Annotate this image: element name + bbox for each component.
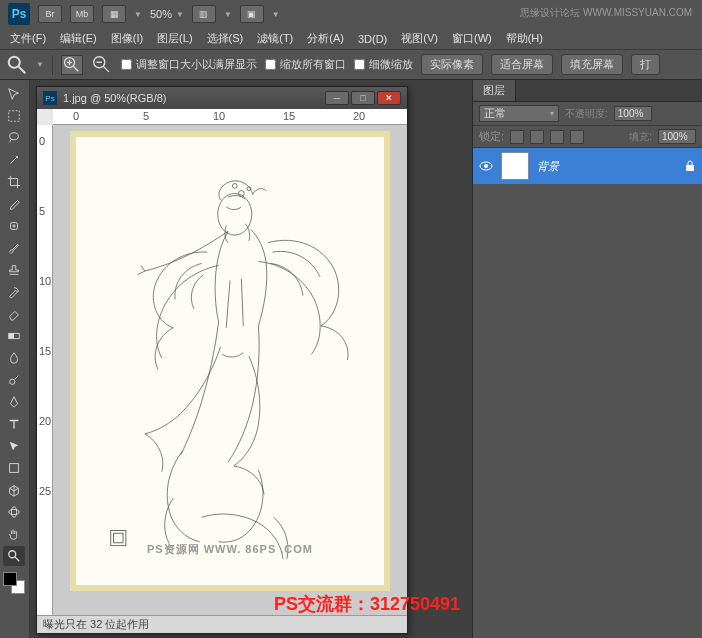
print-size-button[interactable]: 打 xyxy=(631,54,660,75)
menu-3d[interactable]: 3D(D) xyxy=(358,33,387,45)
scrubby-zoom-checkbox[interactable]: 细微缩放 xyxy=(354,57,413,72)
svg-rect-25 xyxy=(114,533,123,542)
foreground-color[interactable] xyxy=(3,572,17,586)
minimize-button[interactable]: ─ xyxy=(325,91,349,105)
svg-point-16 xyxy=(9,509,20,514)
svg-point-0 xyxy=(9,56,20,67)
artwork-lineart xyxy=(88,149,372,573)
type-tool[interactable] xyxy=(3,414,25,434)
svg-rect-15 xyxy=(10,464,19,473)
fill-input[interactable]: 100% xyxy=(658,129,696,144)
menu-select[interactable]: 选择(S) xyxy=(207,31,244,46)
opacity-label: 不透明度: xyxy=(565,107,608,121)
layer-thumbnail[interactable] xyxy=(501,152,529,180)
document-titlebar[interactable]: Ps 1.jpg @ 50%(RGB/8) ─ □ ✕ xyxy=(37,87,407,109)
zoom-all-checkbox[interactable]: 缩放所有窗口 xyxy=(265,57,346,72)
layer-row[interactable]: 背景 xyxy=(473,148,702,184)
fill-screen-button[interactable]: 填充屏幕 xyxy=(561,54,623,75)
svg-line-19 xyxy=(15,557,19,561)
svg-point-27 xyxy=(484,164,488,168)
menu-file[interactable]: 文件(F) xyxy=(10,31,46,46)
layers-tab[interactable]: 图层 xyxy=(473,80,516,101)
3d-tool[interactable] xyxy=(3,480,25,500)
menu-view[interactable]: 视图(V) xyxy=(401,31,438,46)
chevron-down-icon: ▼ xyxy=(224,10,232,19)
svg-point-14 xyxy=(10,379,15,384)
menu-bar: 文件(F) 编辑(E) 图像(I) 图层(L) 选择(S) 滤镜(T) 分析(A… xyxy=(0,28,702,50)
lasso-tool[interactable] xyxy=(3,128,25,148)
path-select-tool[interactable] xyxy=(3,436,25,456)
shape-tool[interactable] xyxy=(3,458,25,478)
ruler-vertical[interactable]: 0 5 10 15 20 25 xyxy=(37,125,53,615)
svg-rect-9 xyxy=(9,111,20,122)
gradient-tool[interactable] xyxy=(3,326,25,346)
dodge-tool[interactable] xyxy=(3,370,25,390)
menu-filter[interactable]: 滤镜(T) xyxy=(257,31,293,46)
minibridge-icon[interactable]: Mb xyxy=(70,5,94,23)
close-button[interactable]: ✕ xyxy=(377,91,401,105)
document-canvas: PS资源网 WWW. 86PS .COM xyxy=(70,131,390,591)
move-tool[interactable] xyxy=(3,84,25,104)
chevron-down-icon: ▼ xyxy=(272,10,280,19)
zoom-level-select[interactable]: 50% ▼ xyxy=(150,8,184,20)
menu-window[interactable]: 窗口(W) xyxy=(452,31,492,46)
actual-pixels-button[interactable]: 实际像素 xyxy=(421,54,483,75)
eyedropper-tool[interactable] xyxy=(3,194,25,214)
brush-tool[interactable] xyxy=(3,238,25,258)
fit-screen-button[interactable]: 适合屏幕 xyxy=(491,54,553,75)
layer-name[interactable]: 背景 xyxy=(537,159,676,174)
marquee-tool[interactable] xyxy=(3,106,25,126)
svg-point-10 xyxy=(10,133,19,140)
menu-analysis[interactable]: 分析(A) xyxy=(307,31,344,46)
lock-label: 锁定: xyxy=(479,129,504,144)
opacity-input[interactable]: 100% xyxy=(614,106,652,121)
chevron-down-icon: ▼ xyxy=(134,10,142,19)
svg-rect-13 xyxy=(9,333,14,338)
blur-tool[interactable] xyxy=(3,348,25,368)
viewextras-icon[interactable]: ▦ xyxy=(102,5,126,23)
ruler-horizontal[interactable]: 0 5 10 15 20 xyxy=(53,109,407,125)
document-title: 1.jpg @ 50%(RGB/8) xyxy=(63,92,167,104)
zoom-tool[interactable] xyxy=(3,546,25,566)
ps-logo-icon: Ps xyxy=(8,3,30,25)
pen-tool[interactable] xyxy=(3,392,25,412)
wand-tool[interactable] xyxy=(3,150,25,170)
bridge-icon[interactable]: Br xyxy=(38,5,62,23)
hand-tool[interactable] xyxy=(3,524,25,544)
lock-all-icon[interactable] xyxy=(570,130,584,144)
visibility-icon[interactable] xyxy=(479,159,493,173)
stamp-tool[interactable] xyxy=(3,260,25,280)
canvas-area[interactable]: PS资源网 WWW. 86PS .COM xyxy=(53,125,407,615)
menu-image[interactable]: 图像(I) xyxy=(111,31,143,46)
arrange-icon[interactable]: ▥ xyxy=(192,5,216,23)
menu-layer[interactable]: 图层(L) xyxy=(157,31,192,46)
lock-icon xyxy=(684,160,696,172)
maximize-button[interactable]: □ xyxy=(351,91,375,105)
workspace: Ps 1.jpg @ 50%(RGB/8) ─ □ ✕ 0 5 10 15 20… xyxy=(30,80,472,638)
layers-list: 背景 xyxy=(473,148,702,638)
color-swatch[interactable] xyxy=(3,572,25,594)
crop-tool[interactable] xyxy=(3,172,25,192)
screenmode-icon[interactable]: ▣ xyxy=(240,5,264,23)
fill-label: 填充: xyxy=(629,130,652,144)
svg-line-5 xyxy=(73,66,78,71)
svg-rect-24 xyxy=(111,530,126,545)
zoom-out-icon[interactable] xyxy=(91,55,113,75)
svg-line-1 xyxy=(18,66,25,73)
blend-mode-select[interactable]: 正常▾ xyxy=(479,105,559,122)
3d-camera-tool[interactable] xyxy=(3,502,25,522)
history-brush-tool[interactable] xyxy=(3,282,25,302)
chevron-down-icon: ▼ xyxy=(176,10,184,19)
healing-tool[interactable] xyxy=(3,216,25,236)
resize-window-checkbox[interactable]: 调整窗口大小以满屏显示 xyxy=(121,57,257,72)
panel-tabs: 图层 xyxy=(473,80,702,102)
panels-dock: 图层 正常▾ 不透明度: 100% 锁定: 填充: 100% 背景 xyxy=(472,80,702,638)
menu-help[interactable]: 帮助(H) xyxy=(506,31,543,46)
lock-pixels-icon[interactable] xyxy=(530,130,544,144)
eraser-tool[interactable] xyxy=(3,304,25,324)
zoom-tool-icon[interactable] xyxy=(6,55,28,75)
menu-edit[interactable]: 编辑(E) xyxy=(60,31,97,46)
lock-transparency-icon[interactable] xyxy=(510,130,524,144)
lock-position-icon[interactable] xyxy=(550,130,564,144)
zoom-in-icon[interactable] xyxy=(61,55,83,75)
